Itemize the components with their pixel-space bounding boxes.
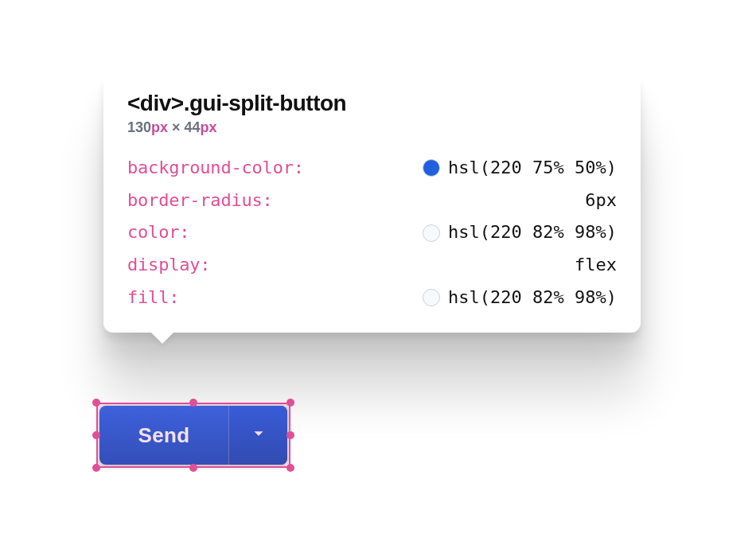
css-property-row: background-colorhsl(220 75% 50%)	[127, 152, 617, 185]
element-dimensions: 130px × 44px	[127, 119, 617, 136]
css-property-row: border-radius6px	[127, 185, 617, 217]
selection-handle	[92, 464, 100, 472]
color-swatch-icon	[423, 159, 440, 177]
dim-sep: ×	[168, 119, 185, 135]
selector-tag: <div>	[127, 91, 184, 115]
selection-handle	[189, 464, 197, 472]
selection-handle	[92, 399, 100, 407]
css-property-name: background-color	[127, 152, 304, 185]
css-property-value: hsl(220 82% 98%)	[448, 216, 617, 249]
chevron-down-icon	[250, 425, 267, 446]
gui-split-button[interactable]: Send	[99, 406, 287, 465]
split-button-dropdown[interactable]	[228, 406, 287, 465]
send-button-label: Send	[138, 423, 190, 448]
selection-handle	[286, 464, 294, 472]
css-property-name: border-radius	[127, 185, 273, 217]
css-property-row: colorhsl(220 82% 98%)	[127, 216, 617, 249]
element-selector: <div>.gui-split-button	[127, 91, 617, 116]
css-property-value: hsl(220 75% 50%)	[448, 152, 617, 185]
dim-height-unit: px	[201, 119, 217, 135]
css-property-name: display	[127, 249, 210, 282]
inspected-element-highlight: Send	[96, 403, 290, 468]
tooltip-header: <div>.gui-split-button 130px × 44px	[127, 91, 617, 136]
css-property-name: color	[127, 216, 189, 249]
dim-width-unit: px	[151, 119, 168, 135]
color-swatch-icon	[423, 224, 440, 242]
css-property-value: flex	[575, 249, 617, 282]
send-button[interactable]: Send	[99, 406, 228, 465]
color-swatch-icon	[423, 289, 440, 306]
css-property-name: fill	[127, 282, 179, 314]
selector-class: .gui-split-button	[184, 91, 347, 115]
dim-width-num: 130	[127, 119, 151, 135]
selection-handle	[286, 431, 294, 439]
dim-height-num: 44	[185, 119, 201, 135]
css-properties-list: background-colorhsl(220 75% 50%)border-r…	[127, 152, 617, 313]
selection-handle	[286, 399, 294, 407]
element-inspector-tooltip: <div>.gui-split-button 130px × 44px back…	[103, 73, 641, 333]
css-property-row: fillhsl(220 82% 98%)	[127, 282, 617, 314]
css-property-value: 6px	[585, 185, 617, 217]
css-property-row: displayflex	[127, 249, 617, 282]
css-property-value: hsl(220 82% 98%)	[448, 282, 617, 314]
